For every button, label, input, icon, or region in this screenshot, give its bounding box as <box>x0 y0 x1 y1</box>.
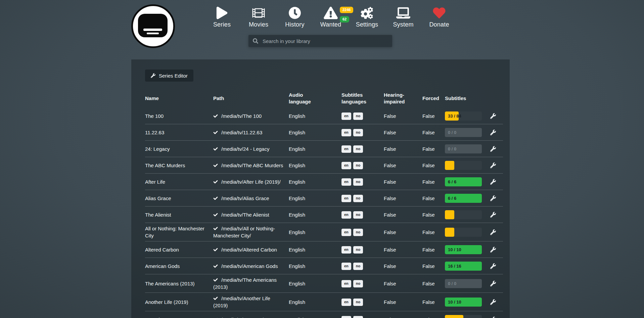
series-name[interactable]: The 100 <box>145 112 213 120</box>
forced-value: False <box>422 280 445 287</box>
table-row: Another Life (2019) /media/tv/Another Li… <box>145 293 503 311</box>
subtitles-languages: enno <box>341 178 384 185</box>
wrench-icon[interactable] <box>490 179 496 185</box>
series-panel: Series Editor NamePathAudio languageSubt… <box>131 59 510 318</box>
language-badge: no <box>353 145 363 152</box>
series-name[interactable]: The Americans (2013) <box>145 280 213 287</box>
film-icon <box>241 5 276 21</box>
logo-subtitle-line <box>147 33 159 34</box>
forced-value: False <box>422 263 445 270</box>
wrench-icon[interactable] <box>490 281 496 286</box>
series-path: /media/tv/The ABC Murders <box>213 162 289 169</box>
nav-item-system[interactable]: System <box>386 5 421 28</box>
wrench-icon[interactable] <box>490 146 496 152</box>
audio-language: English <box>289 316 341 318</box>
series-name[interactable]: 24: Legacy <box>145 145 213 152</box>
series-path: /media/tv/The 100 <box>213 112 289 120</box>
subtitles-progress-bar: 13 / 26 <box>445 315 482 318</box>
series-editor-button[interactable]: Series Editor <box>145 70 193 82</box>
wrench-icon[interactable] <box>490 247 496 253</box>
logo-subtitle-line <box>143 29 162 31</box>
check-icon <box>213 264 218 268</box>
language-badge: no <box>353 211 363 218</box>
wrench-icon[interactable] <box>490 317 496 318</box>
series-editor-label: Series Editor <box>159 73 188 79</box>
wrench-icon[interactable] <box>490 263 496 269</box>
forced-value: False <box>422 112 445 120</box>
hearing-impaired-value: False <box>384 195 422 202</box>
language-badge: en <box>341 316 351 318</box>
hearing-impaired-value: False <box>384 211 422 218</box>
wrench-icon[interactable] <box>490 229 496 235</box>
audio-language: English <box>289 263 341 270</box>
hearing-impaired-value: False <box>384 178 422 185</box>
table-row: After Life /media/tv/After Life (2019)/ … <box>145 174 503 190</box>
check-icon <box>213 130 218 135</box>
heart-icon <box>422 5 457 21</box>
subtitles-progress-bar: 6 / 6 <box>445 177 482 186</box>
language-badge: en <box>341 145 351 152</box>
audio-language: English <box>289 112 341 120</box>
language-badge: no <box>353 112 363 120</box>
table-row: Alias Grace /media/tv/Alias Grace Englis… <box>145 190 503 207</box>
subtitles-languages: enno <box>341 228 384 236</box>
series-name[interactable]: American Gods <box>145 263 213 270</box>
wrench-icon[interactable] <box>490 130 496 135</box>
nav-item-wanted[interactable]: Wanted 224662 <box>313 5 348 28</box>
series-path: /media/tv/All or Nothing- Manchester Cit… <box>213 225 289 239</box>
wrench-icon[interactable] <box>490 163 496 168</box>
check-icon <box>213 163 218 168</box>
search-icon <box>253 38 258 44</box>
series-name[interactable]: Alias Grace <box>145 195 213 202</box>
table-row: Altered Carbon /media/tv/Altered Carbon … <box>145 241 503 258</box>
audio-language: English <box>289 178 341 185</box>
nav-item-settings[interactable]: Settings <box>350 5 384 28</box>
nav-item-history[interactable]: History <box>277 5 312 28</box>
series-table: NamePathAudio languageSubtitles language… <box>145 89 503 318</box>
audio-language: English <box>289 280 341 287</box>
column-header: Subtitles languages <box>341 92 384 105</box>
progress-label: 0 / 0 <box>448 128 456 137</box>
subtitles-progress-bar: 0 / 0 <box>445 279 482 288</box>
table-row: The Americans (2013) /media/tv/The Ameri… <box>145 274 503 293</box>
wrench-icon[interactable] <box>490 195 496 201</box>
wrench-icon[interactable] <box>490 212 496 218</box>
series-name[interactable]: The Alienist <box>145 211 213 218</box>
nav-item-donate[interactable]: Donate <box>422 5 457 28</box>
hearing-impaired-value: False <box>384 316 422 318</box>
subtitles-progress-bar: 33 / 84 <box>445 111 482 121</box>
series-name[interactable]: All or Nothing: Manchester City <box>145 225 213 239</box>
series-name[interactable]: After Life <box>145 178 213 185</box>
progress-fill <box>445 210 454 219</box>
search-input[interactable] <box>262 38 388 44</box>
bazarr-logo[interactable] <box>131 4 175 48</box>
series-name[interactable]: Altered Carbon <box>145 246 213 253</box>
check-icon <box>213 114 218 118</box>
check-icon <box>213 180 218 184</box>
table-body: The 100 /media/tv/The 100 English enno F… <box>145 108 503 318</box>
subtitles-languages: enno <box>341 112 384 120</box>
language-badge: no <box>353 299 363 306</box>
series-name[interactable]: Another Life (2019) <box>145 299 213 306</box>
language-badge: en <box>341 178 351 185</box>
audio-language: English <box>289 211 341 218</box>
check-icon <box>213 196 218 200</box>
nav-item-movies[interactable]: Movies <box>241 5 276 28</box>
progress-label: 10 / 10 <box>448 298 461 307</box>
check-icon <box>213 247 218 252</box>
series-name[interactable]: A.P. Bio <box>145 316 213 318</box>
table-row: 24: Legacy /media/tv/24 - Legacy English… <box>145 141 503 157</box>
language-badge: en <box>341 195 351 202</box>
subtitles-progress-bar: 10 / 10 <box>445 298 482 307</box>
wrench-icon[interactable] <box>490 113 496 119</box>
subtitles-progress-bar: 10 / 10 <box>445 245 482 254</box>
series-name[interactable]: 11.22.63 <box>145 129 213 136</box>
laptop-icon <box>386 5 421 21</box>
wrench-icon[interactable] <box>490 299 496 305</box>
series-path: /media/tv/Alias Grace <box>213 195 289 202</box>
series-name[interactable]: The ABC Murders <box>145 162 213 169</box>
table-row: The ABC Murders /media/tv/The ABC Murder… <box>145 157 503 174</box>
subtitles-languages: enno <box>341 315 384 318</box>
forced-value: False <box>422 129 445 136</box>
nav-item-series[interactable]: Series <box>204 5 239 28</box>
